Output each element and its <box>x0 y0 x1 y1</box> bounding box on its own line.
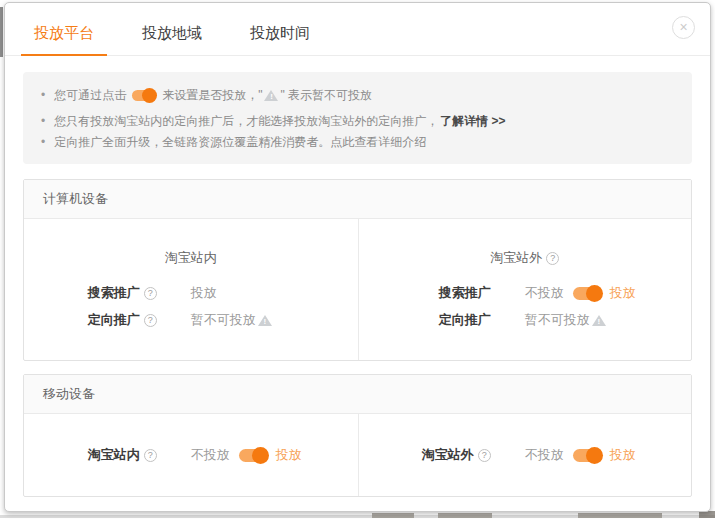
notice-text: 来设置是否投放，" <box>162 85 262 105</box>
row-label: 淘宝站内 <box>88 446 140 464</box>
search-promotion-row: 搜索推广 不投放 投放 <box>359 284 692 302</box>
mobile-devices-body: 淘宝站内 ? 不投放 投放 淘宝站外 ? <box>24 414 691 496</box>
computer-taobao-offsite-column: 淘宝站外 ? 搜索推广 不投放 投放 <box>358 219 692 360</box>
computer-devices-body: 淘宝站内 搜索推广 ? 投放 定向推广 ? <box>24 219 691 360</box>
background-page-fragment <box>438 513 492 518</box>
section-title: 计算机设备 <box>24 180 691 219</box>
toggle-off-label: 不投放 <box>525 446 564 464</box>
toggle-example-icon <box>132 90 156 101</box>
mobile-onsite-toggle[interactable] <box>239 449 267 462</box>
background-page-fragment <box>372 513 414 518</box>
mobile-onsite-row: 淘宝站内 ? 不投放 投放 <box>24 446 358 464</box>
tab-placement-region[interactable]: 投放地域 <box>129 15 215 55</box>
toggle-on-label: 投放 <box>610 284 636 302</box>
detail-intro-link[interactable]: 点此查看详细介绍 <box>330 132 426 152</box>
row-label: 搜索推广 <box>88 284 140 302</box>
notice-line-toggle-hint: • 您可通过点击 来设置是否投放，" ! " 表示暂不可投放 <box>41 85 674 105</box>
learn-more-link[interactable]: 了解详情 >> <box>440 111 505 131</box>
row-label: 淘宝站外 <box>422 446 474 464</box>
mobile-devices-section: 移动设备 淘宝站内 ? 不投放 投放 <box>23 374 692 497</box>
tab-bar: 投放平台 投放地域 投放时间 × <box>5 3 710 56</box>
help-icon[interactable]: ? <box>144 449 157 462</box>
background-page-fragment <box>0 7 3 57</box>
column-title: 淘宝站内 <box>24 249 358 267</box>
toggle-on-label: 投放 <box>276 446 302 464</box>
search-promotion-row: 搜索推广 ? 投放 <box>24 284 358 302</box>
column-title: 淘宝站外 ? <box>359 249 692 267</box>
notice-text: 您可通过点击 <box>54 85 126 105</box>
notice-text: 定向推广全面升级，全链路资源位覆盖精准消费者。 <box>54 132 330 152</box>
row-label: 搜索推广 <box>439 284 491 302</box>
tab-placement-time[interactable]: 投放时间 <box>237 15 323 55</box>
bullet-icon: • <box>41 111 45 131</box>
status-text: 投放 <box>191 284 217 302</box>
help-icon[interactable]: ? <box>144 287 157 300</box>
row-label: 定向推广 <box>439 311 491 329</box>
background-page-fragment <box>699 511 715 518</box>
toggle-off-label: 不投放 <box>525 284 564 302</box>
computer-offsite-search-toggle[interactable] <box>573 287 601 300</box>
warning-icon: ! <box>592 315 606 326</box>
mobile-taobao-offsite-column: 淘宝站外 ? 不投放 投放 <box>358 414 692 496</box>
placement-settings-dialog: 投放平台 投放地域 投放时间 × • 您可通过点击 来设置是否投放，" ! " … <box>4 2 711 512</box>
notice-line-upgrade-info: • 定向推广全面升级，全链路资源位覆盖精准消费者。 点此查看详细介绍 <box>41 132 674 152</box>
notice-line-targeting-rule: • 您只有投放淘宝站内的定向推广后，才能选择投放淘宝站外的定向推广， 了解详情 … <box>41 111 674 131</box>
bullet-icon: • <box>41 85 45 105</box>
section-title: 移动设备 <box>24 375 691 414</box>
tab-placement-platform[interactable]: 投放平台 <box>21 15 107 55</box>
mobile-offsite-row: 淘宝站外 ? 不投放 投放 <box>359 446 692 464</box>
column-title-text: 淘宝站内 <box>165 249 217 267</box>
notice-text: 您只有投放淘宝站内的定向推广后，才能选择投放淘宝站外的定向推广， <box>54 111 438 131</box>
status-text: 暂不可投放 <box>191 311 256 329</box>
background-page-fragment <box>578 513 662 518</box>
targeted-promotion-row: 定向推广 暂不可投放 ! <box>359 311 692 329</box>
computer-taobao-onsite-column: 淘宝站内 搜索推广 ? 投放 定向推广 ? <box>24 219 358 360</box>
help-icon[interactable]: ? <box>546 252 559 265</box>
notice-text: " 表示暂不可投放 <box>280 85 372 105</box>
warning-icon: ! <box>264 90 278 101</box>
toggle-off-label: 不投放 <box>191 446 230 464</box>
bullet-icon: • <box>41 132 45 152</box>
close-icon[interactable]: × <box>672 16 695 39</box>
warning-icon: ! <box>258 315 272 326</box>
row-label: 定向推广 <box>88 311 140 329</box>
mobile-taobao-onsite-column: 淘宝站内 ? 不投放 投放 <box>24 414 358 496</box>
page-background: 投放平台 投放地域 投放时间 × • 您可通过点击 来设置是否投放，" ! " … <box>0 0 715 519</box>
column-title-text: 淘宝站外 <box>490 249 542 267</box>
toggle-on-label: 投放 <box>610 446 636 464</box>
computer-devices-section: 计算机设备 淘宝站内 搜索推广 ? 投放 <box>23 179 692 361</box>
help-icon[interactable]: ? <box>144 314 157 327</box>
notice-panel: • 您可通过点击 来设置是否投放，" ! " 表示暂不可投放 • 您只有投放淘宝… <box>23 72 692 164</box>
help-icon[interactable]: ? <box>478 449 491 462</box>
mobile-offsite-toggle[interactable] <box>573 449 601 462</box>
targeted-promotion-row: 定向推广 ? 暂不可投放 ! <box>24 311 358 329</box>
status-text: 暂不可投放 <box>525 311 590 329</box>
